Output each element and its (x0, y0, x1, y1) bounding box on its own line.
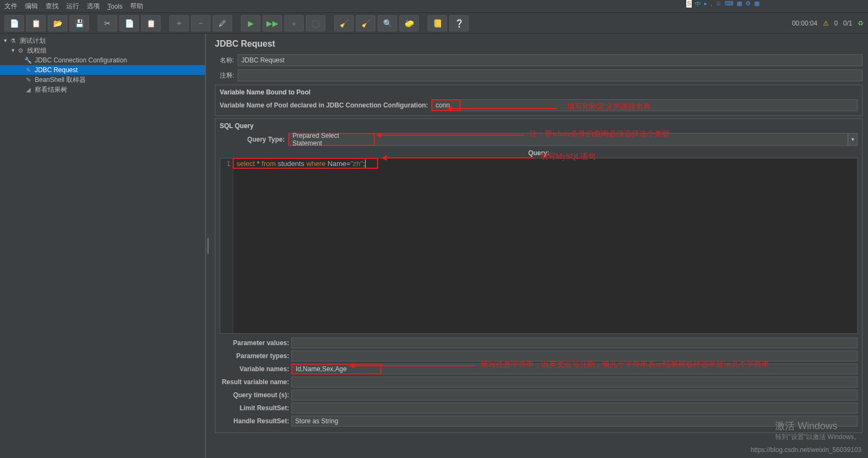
function-button[interactable]: 📒 (427, 15, 447, 31)
pool-label: Variable Name of Pool declared in JDBC C… (220, 101, 428, 109)
name-input[interactable] (238, 54, 863, 66)
menu-find[interactable]: 查找 (46, 2, 59, 11)
shutdown-button[interactable]: ◯ (306, 15, 326, 31)
pool-section-title: Variable Name Bound to Pool (220, 88, 858, 96)
clear-button[interactable]: 🧹 (334, 15, 354, 31)
tree-panel: ▼⚗测试计划 ▼⚙线程组 🔧JDBC Connection Configurat… (0, 34, 206, 458)
toggle-button[interactable]: 🖉 (213, 15, 232, 31)
menu-tools[interactable]: Tools (107, 3, 123, 10)
threads-ratio: 0/1 (843, 20, 852, 27)
tree-thread-group[interactable]: ▼⚙线程组 (0, 46, 205, 55)
activate-windows: 激活 Windows 转到"设置"以激活 Windows。 (775, 419, 860, 442)
search-button[interactable]: 🔍 (378, 15, 397, 31)
menu-options[interactable]: 选项 (87, 2, 100, 11)
watermark: https://blog.csdn.net/weixin_56039103 (751, 446, 861, 454)
paste-button[interactable]: 📋 (141, 15, 161, 31)
limit-input[interactable] (291, 403, 858, 414)
tree-beanshell[interactable]: ✎BeanShell 取样器 (0, 75, 205, 85)
param-types-label: Parameter types: (220, 352, 289, 360)
gc-icon[interactable]: ♻ (858, 20, 864, 27)
toolbar: 📄 📋 📂 💾 ✂ 📄 📋 ＋ － 🖉 ▶ ▶▶ ● ◯ 🧹 🧹 🔍 🧽 📒 ❔… (0, 13, 868, 34)
result-var-label: Result variable name: (220, 378, 289, 386)
timeout-input[interactable] (291, 390, 858, 400)
sql-editor[interactable]: 1 select * from students where Name="zh"… (220, 158, 858, 334)
start-button[interactable]: ▶ (241, 15, 260, 31)
name-label: 名称: (215, 56, 234, 65)
menu-run[interactable]: 运行 (66, 2, 79, 11)
remove-button[interactable]: － (191, 15, 210, 31)
menu-edit[interactable]: 编辑 (25, 2, 38, 11)
page-title: JDBC Request (215, 39, 863, 49)
copy-button[interactable]: 📄 (119, 15, 139, 31)
start-no-pause-button[interactable]: ▶▶ (263, 15, 282, 31)
query-type-select[interactable]: Prepared Select Statement (288, 133, 375, 146)
stop-button[interactable]: ● (284, 15, 304, 31)
cut-button[interactable]: ✂ (98, 15, 117, 31)
ime-overlay: S 中▸,☺⌨▦⚙▦ (686, 0, 760, 8)
clear-all-button[interactable]: 🧹 (356, 15, 375, 31)
clear-search-button[interactable]: 🧽 (399, 15, 419, 31)
warning-count: 0 (834, 20, 838, 27)
elapsed-time: 00:00:04 (792, 20, 818, 27)
save-button[interactable]: 💾 (69, 15, 89, 31)
param-types-input[interactable] (291, 351, 858, 361)
menu-help[interactable]: 帮助 (130, 2, 143, 11)
param-values-input[interactable] (291, 338, 858, 348)
menu-file[interactable]: 文件 (4, 2, 17, 11)
new-button[interactable]: 📄 (4, 15, 24, 31)
help-button[interactable]: ❔ (449, 15, 469, 31)
comment-label: 注释: (215, 71, 234, 80)
open-button[interactable]: 📂 (48, 15, 67, 31)
sql-section-title: SQL Query (220, 122, 858, 130)
tree-jdbc-config[interactable]: 🔧JDBC Connection Configuration (0, 55, 205, 65)
query-label: Query: (220, 149, 858, 157)
tree-results[interactable]: ◢察看结果树 (0, 85, 205, 94)
query-type-label: Query Type: (220, 136, 285, 143)
result-var-input[interactable] (291, 377, 858, 387)
comment-input[interactable] (238, 69, 863, 81)
handle-select[interactable]: Store as String (291, 416, 858, 427)
timeout-label: Query timeout (s): (220, 391, 289, 399)
sql-section: SQL Query Query Type: Prepared Select St… (215, 118, 863, 433)
templates-button[interactable]: 📋 (26, 15, 46, 31)
tree-jdbc-request[interactable]: ✎JDBC Request (0, 65, 205, 75)
pool-section: Variable Name Bound to Pool Variable Nam… (215, 85, 863, 116)
variable-names-label: Variable names: (220, 365, 289, 373)
param-values-label: Parameter values: (220, 339, 289, 347)
add-button[interactable]: ＋ (169, 15, 189, 31)
query-type-arrow[interactable]: ▼ (848, 133, 858, 146)
content-panel: JDBC Request 名称: 注释: Variable Name Bound… (209, 34, 868, 458)
handle-label: Handle ResultSet: (220, 417, 289, 425)
limit-label: Limit ResultSet: (220, 404, 289, 412)
warning-icon[interactable]: ⚠ (823, 20, 829, 27)
tree-test-plan[interactable]: ▼⚗测试计划 (0, 36, 205, 46)
